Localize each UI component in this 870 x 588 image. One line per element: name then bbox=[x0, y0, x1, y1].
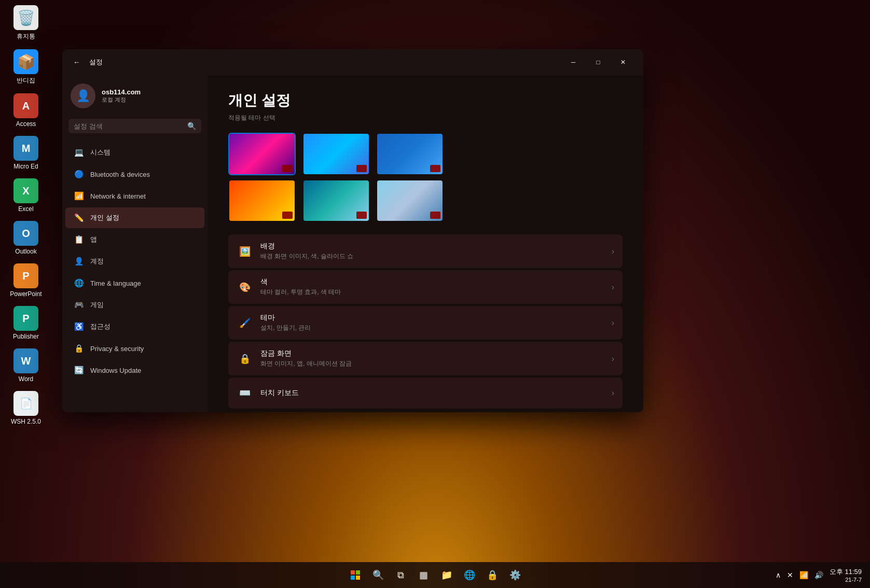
tray-close-icon[interactable]: ✕ bbox=[785, 570, 795, 580]
taskbar-time[interactable]: 오후 11:59 21-7-7 bbox=[830, 567, 862, 583]
wallpaper-thumb-2[interactable] bbox=[302, 133, 370, 175]
outlook-label: Outlook bbox=[15, 248, 36, 255]
sidebar: 👤 osb114.com 로컬 계정 🔍 💻 시스템 bbox=[62, 75, 208, 412]
nav-item-system[interactable]: 💻 시스템 bbox=[65, 142, 204, 163]
lock-screen-desc: 화면 이미지, 앱, 애니메이션 잠금 bbox=[260, 359, 604, 368]
time-language-icon: 🌐 bbox=[74, 278, 84, 288]
nav-item-accounts[interactable]: 👤 계정 bbox=[65, 251, 204, 272]
close-button[interactable]: ✕ bbox=[611, 54, 635, 70]
taskbar-right: ∧ ✕ 📶 🔊 오후 11:59 21-7-7 bbox=[774, 567, 862, 583]
background-arrow: › bbox=[612, 247, 614, 256]
task-view-button[interactable]: ⧉ bbox=[391, 565, 411, 585]
desktop-icon-wsh[interactable]: 📄 WSH 2.5.0 bbox=[5, 391, 47, 425]
network-icon: 📶 bbox=[74, 191, 84, 201]
background-desc: 배경 화면 이미지, 색, 슬라이드 쇼 bbox=[260, 252, 604, 261]
themes-arrow: › bbox=[612, 318, 614, 328]
minimize-button[interactable]: ─ bbox=[561, 54, 585, 70]
search-icon: 🔍 bbox=[187, 122, 196, 130]
desktop-icon-publisher[interactable]: P Publisher bbox=[5, 306, 47, 340]
apps-icon: 📋 bbox=[74, 234, 84, 245]
main-panel: 개인 설정 적용될 테마 선택 bbox=[208, 75, 643, 412]
desktop-icon-word[interactable]: W Word bbox=[5, 348, 47, 383]
wallpaper-thumb-5[interactable] bbox=[302, 179, 370, 222]
search-input[interactable] bbox=[74, 122, 183, 130]
tray-expand-icon[interactable]: ∧ bbox=[774, 570, 783, 580]
svg-rect-1 bbox=[356, 570, 360, 575]
bandiz-icon: 📦 bbox=[13, 49, 38, 74]
system-tray: ∧ ✕ 📶 🔊 bbox=[774, 570, 825, 580]
nav-item-personalization[interactable]: ✏️ 개인 설정 bbox=[65, 207, 204, 228]
wallpaper-thumb-3[interactable] bbox=[376, 133, 444, 175]
themes-desc: 설치, 만들기, 관리 bbox=[260, 324, 604, 332]
wsh-icon: 📄 bbox=[13, 391, 38, 416]
wallpaper-preview-4 bbox=[229, 180, 295, 221]
nav-item-apps[interactable]: 📋 앱 bbox=[65, 229, 204, 250]
wallpaper-thumb-1[interactable] bbox=[228, 133, 296, 175]
title-bar-left: ← 설정 bbox=[71, 56, 103, 68]
wallpaper-preview-6 bbox=[377, 180, 443, 221]
bluetooth-icon: 🔵 bbox=[74, 169, 84, 179]
wp-badge-5 bbox=[356, 212, 367, 219]
desktop-icon-powerpoint[interactable]: P PowerPoint bbox=[5, 263, 47, 298]
nav-item-gaming[interactable]: 🎮 게임 bbox=[65, 295, 204, 315]
recycle-bin-icon: 🗑️ bbox=[13, 5, 38, 30]
desktop-icon-bandiz[interactable]: 📦 반디집 bbox=[5, 49, 47, 85]
nav-item-privacy[interactable]: 🔒 Privacy & security bbox=[65, 338, 204, 359]
word-label: Word bbox=[19, 375, 33, 383]
volume-tray-icon[interactable]: 🔊 bbox=[812, 570, 825, 580]
user-name: osb114.com bbox=[102, 88, 141, 96]
desktop-icon-excel[interactable]: X Excel bbox=[5, 178, 47, 213]
taskbar-search-button[interactable]: 🔍 bbox=[368, 565, 389, 585]
wp-badge-3 bbox=[430, 165, 440, 172]
settings-item-touch-keyboard[interactable]: ⌨️ 터치 키보드 › bbox=[228, 377, 623, 409]
outlook-icon: O bbox=[13, 221, 38, 246]
edge-button[interactable]: 🌐 bbox=[459, 565, 480, 585]
desktop-icon-outlook[interactable]: O Outlook bbox=[5, 221, 47, 255]
colors-arrow: › bbox=[612, 283, 614, 292]
settings-item-themes[interactable]: 🖌️ 테마 설치, 만들기, 관리 › bbox=[228, 306, 623, 340]
start-button[interactable] bbox=[345, 565, 366, 585]
settings-item-background[interactable]: 🖼️ 배경 배경 화면 이미지, 색, 슬라이드 쇼 › bbox=[228, 234, 623, 268]
network-tray-icon[interactable]: 📶 bbox=[797, 570, 810, 580]
nav-item-accessibility[interactable]: ♿ 접근성 bbox=[65, 316, 204, 337]
desktop-icon-access[interactable]: A Access bbox=[5, 93, 47, 128]
title-bar-controls: ─ □ ✕ bbox=[561, 54, 635, 70]
touch-keyboard-title: 터치 키보드 bbox=[260, 388, 604, 398]
settings-item-lock-screen[interactable]: 🔒 잠금 화면 화면 이미지, 앱, 애니메이션 잠금 › bbox=[228, 342, 623, 375]
wallpaper-thumb-6[interactable] bbox=[376, 179, 444, 222]
nav-item-windows-update[interactable]: 🔄 Windows Update bbox=[65, 360, 204, 381]
file-explorer-button[interactable]: 📁 bbox=[436, 565, 457, 585]
micro-ed-icon: M bbox=[13, 136, 38, 161]
nav-item-bluetooth[interactable]: 🔵 Bluetooth & devices bbox=[65, 164, 204, 185]
nav-item-network[interactable]: 📶 Network & internet bbox=[65, 186, 204, 206]
word-icon: W bbox=[13, 348, 38, 373]
nav-label-apps: 앱 bbox=[90, 235, 97, 244]
wallpaper-preview-5 bbox=[303, 180, 369, 221]
desktop-icon-micro-ed[interactable]: M Micro Ed bbox=[5, 136, 47, 170]
wallpaper-thumb-4[interactable] bbox=[228, 179, 296, 222]
user-profile[interactable]: 👤 osb114.com 로컬 계정 bbox=[62, 75, 208, 119]
widgets-button[interactable]: ▦ bbox=[413, 565, 434, 585]
recycle-bin-label: 휴지통 bbox=[17, 32, 35, 41]
bandiz-label: 반디집 bbox=[17, 76, 35, 85]
themes-text: 테마 설치, 만들기, 관리 bbox=[260, 313, 604, 332]
wp-badge-1 bbox=[282, 165, 293, 172]
nav-label-bluetooth: Bluetooth & devices bbox=[90, 171, 150, 178]
search-box[interactable]: 🔍 bbox=[68, 119, 201, 133]
avatar: 👤 bbox=[71, 83, 95, 108]
back-button[interactable]: ← bbox=[71, 56, 83, 68]
vault-button[interactable]: 🔒 bbox=[482, 565, 503, 585]
page-subtitle: 적용될 테마 선택 bbox=[228, 114, 623, 122]
wallpaper-grid bbox=[228, 133, 446, 222]
settings-item-colors[interactable]: 🎨 색 테마 컬러, 투명 효과, 색 테마 › bbox=[228, 270, 623, 304]
settings-taskbar-button[interactable]: ⚙️ bbox=[505, 565, 526, 585]
colors-icon: 🎨 bbox=[237, 279, 253, 296]
nav-item-time-language[interactable]: 🌐 Time & language bbox=[65, 273, 204, 293]
desktop-icon-recycle[interactable]: 🗑️ 휴지통 bbox=[5, 5, 47, 41]
themes-icon: 🖌️ bbox=[237, 315, 253, 331]
nav-label-windows-update: Windows Update bbox=[90, 367, 141, 374]
maximize-button[interactable]: □ bbox=[586, 54, 610, 70]
wp-badge-2 bbox=[356, 165, 367, 172]
nav-label-privacy: Privacy & security bbox=[90, 345, 144, 353]
window-body: 👤 osb114.com 로컬 계정 🔍 💻 시스템 bbox=[62, 75, 643, 412]
